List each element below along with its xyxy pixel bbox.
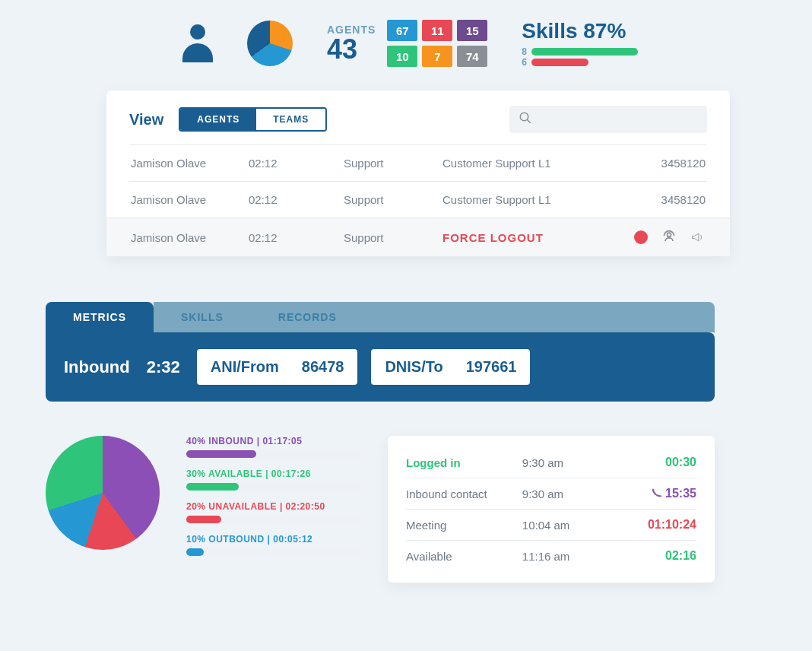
status-badge: 74 bbox=[457, 46, 487, 67]
cell-id: 3458120 bbox=[637, 157, 706, 170]
pill-value: 86478 bbox=[302, 358, 344, 376]
person-icon bbox=[182, 24, 213, 62]
status-badge: 11 bbox=[422, 20, 452, 41]
activity-label: Inbound contact bbox=[406, 487, 522, 500]
table-row[interactable]: Jamison Olave02:12SupportFORCE LOGOUT bbox=[106, 218, 730, 256]
pill-label: ANI/From bbox=[211, 358, 279, 376]
cell-dept: Support bbox=[344, 157, 442, 170]
broadcast-icon[interactable] bbox=[690, 230, 706, 245]
legend-bar bbox=[186, 548, 204, 556]
agents-count: 43 bbox=[327, 36, 376, 63]
tab-skills[interactable]: SKILLS bbox=[154, 302, 251, 332]
tab-teams[interactable]: TEAMS bbox=[256, 109, 325, 130]
tab-records[interactable]: RECORDS bbox=[251, 302, 715, 332]
top-summary-bar: AGENTS 43 67111510774 Skills 87% 86 bbox=[30, 15, 782, 91]
inbound-time: 2:32 bbox=[147, 357, 180, 377]
activity-row: Logged in9:30 am00:30 bbox=[406, 447, 696, 478]
status-badge: 10 bbox=[387, 46, 417, 67]
legend-item: 20% UNAVAILABLE | 02:20:50 bbox=[186, 501, 361, 523]
metrics-panel: METRICS SKILLS RECORDS Inbound 2:32 ANI/… bbox=[46, 302, 715, 402]
tab-agents[interactable]: AGENTS bbox=[180, 109, 256, 130]
cell-group: Customer Support L1 bbox=[442, 193, 637, 206]
activity-duration: 00:30 bbox=[619, 456, 696, 469]
activity-duration: 02:16 bbox=[619, 549, 696, 563]
agents-table: Jamison Olave02:12SupportCustomer Suppor… bbox=[129, 144, 707, 256]
legend-bar bbox=[186, 450, 256, 458]
activity-duration: 15:35 bbox=[619, 487, 696, 500]
legend-text: 10% OUTBOUND | 00:05:12 bbox=[186, 534, 361, 545]
activity-time: 11:16 am bbox=[522, 550, 619, 563]
activity-label: Available bbox=[406, 550, 522, 563]
activity-time: 9:30 am bbox=[522, 487, 619, 500]
cell-dept: Support bbox=[344, 231, 442, 244]
metric-pill: DNIS/To197661 bbox=[371, 349, 530, 385]
cell-name: Jamison Olave bbox=[131, 157, 249, 170]
status-badge: 67 bbox=[387, 20, 417, 41]
record-icon[interactable] bbox=[634, 230, 648, 244]
phone-icon bbox=[652, 487, 662, 497]
skill-bar bbox=[531, 48, 638, 56]
legend-item: 40% INBOUND | 01:17:05 bbox=[186, 436, 361, 458]
cell-time: 02:12 bbox=[249, 231, 344, 244]
skill-bar bbox=[531, 59, 588, 66]
view-title: View bbox=[129, 111, 163, 129]
inbound-label: Inbound bbox=[64, 357, 130, 377]
legend-item: 30% AVAILABLE | 00:17:26 bbox=[186, 468, 361, 491]
svg-point-2 bbox=[668, 233, 671, 237]
cell-name: Jamison Olave bbox=[131, 231, 249, 244]
cell-time: 02:12 bbox=[249, 157, 344, 170]
svg-point-0 bbox=[520, 113, 528, 121]
force-logout-button[interactable]: FORCE LOGOUT bbox=[442, 231, 544, 244]
cell-dept: Support bbox=[344, 193, 442, 206]
legend-text: 40% INBOUND | 01:17:05 bbox=[186, 436, 361, 446]
skills-title: Skills 87% bbox=[522, 19, 638, 43]
skill-bar-value: 8 bbox=[522, 46, 527, 57]
status-badge: 15 bbox=[457, 20, 487, 41]
activity-row: Inbound contact9:30 am15:35 bbox=[406, 478, 696, 510]
legend-text: 20% UNAVAILABLE | 02:20:50 bbox=[186, 501, 361, 512]
cell-time: 02:12 bbox=[249, 193, 344, 206]
cell-group: Customer Support L1 bbox=[442, 157, 637, 170]
skill-bar-value: 6 bbox=[522, 57, 527, 68]
activity-log-card: Logged in9:30 am00:30Inbound contact9:30… bbox=[388, 436, 715, 583]
table-row[interactable]: Jamison Olave02:12SupportCustomer Suppor… bbox=[129, 144, 707, 181]
legend-text: 30% AVAILABLE | 00:17:26 bbox=[186, 468, 361, 479]
cell-name: Jamison Olave bbox=[131, 193, 249, 206]
agents-view-card: View AGENTS TEAMS Jamison Olave02:12Supp… bbox=[106, 91, 730, 256]
status-badge: 7 bbox=[422, 46, 452, 67]
cell-id: 3458120 bbox=[637, 193, 706, 206]
tab-metrics[interactable]: METRICS bbox=[46, 302, 154, 332]
metric-pill: ANI/From86478 bbox=[197, 349, 358, 385]
agents-block: AGENTS 43 67111510774 bbox=[327, 20, 487, 67]
pill-value: 197661 bbox=[466, 358, 517, 376]
view-segmented-control: AGENTS TEAMS bbox=[179, 107, 327, 132]
activity-row: Meeting10:04 am01:10:24 bbox=[406, 510, 696, 541]
pill-label: DNIS/To bbox=[385, 358, 442, 376]
svg-line-1 bbox=[527, 119, 531, 123]
skills-block: Skills 87% 86 bbox=[522, 19, 638, 68]
search-icon bbox=[519, 111, 532, 128]
activity-label: Meeting bbox=[406, 519, 522, 532]
legend-bar bbox=[186, 483, 239, 491]
status-badge-grid: 67111510774 bbox=[387, 20, 487, 67]
legend-item: 10% OUTBOUND | 00:05:12 bbox=[186, 534, 361, 556]
table-row[interactable]: Jamison Olave02:12SupportCustomer Suppor… bbox=[129, 181, 707, 218]
activity-time: 9:30 am bbox=[522, 456, 619, 469]
activity-duration: 01:10:24 bbox=[619, 518, 696, 532]
pie-legend: 40% INBOUND | 01:17:0530% AVAILABLE | 00… bbox=[186, 436, 361, 583]
activity-row: Available11:16 am02:16 bbox=[406, 541, 696, 571]
agent-icon[interactable] bbox=[661, 230, 677, 245]
distribution-pie-chart bbox=[46, 436, 160, 550]
activity-time: 10:04 am bbox=[522, 519, 619, 532]
mini-pie-chart bbox=[247, 21, 293, 66]
legend-bar bbox=[186, 516, 221, 523]
search-input[interactable] bbox=[509, 106, 707, 133]
activity-label: Logged in bbox=[406, 456, 522, 469]
